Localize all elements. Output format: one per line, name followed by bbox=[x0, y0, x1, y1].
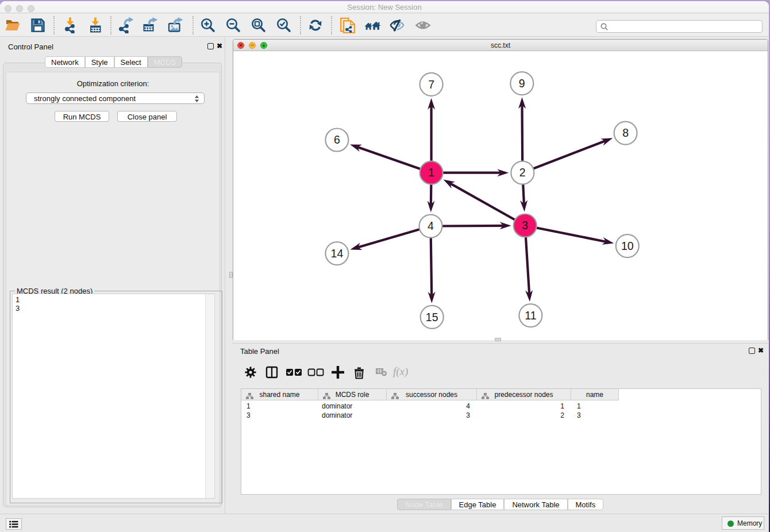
svg-text:8: 8 bbox=[622, 126, 629, 139]
svg-text:2: 2 bbox=[519, 166, 526, 179]
svg-text:3: 3 bbox=[522, 219, 528, 232]
svg-text:15: 15 bbox=[426, 311, 438, 323]
svg-text:11: 11 bbox=[525, 309, 536, 322]
svg-text:4: 4 bbox=[428, 219, 434, 232]
svg-text:1: 1 bbox=[428, 166, 434, 179]
svg-text:10: 10 bbox=[621, 240, 634, 252]
svg-text:f(x): f(x) bbox=[393, 366, 408, 378]
svg-text:6: 6 bbox=[334, 133, 340, 146]
svg-text:7: 7 bbox=[428, 78, 434, 91]
svg-text:14: 14 bbox=[331, 247, 344, 260]
svg-text:9: 9 bbox=[519, 77, 525, 90]
